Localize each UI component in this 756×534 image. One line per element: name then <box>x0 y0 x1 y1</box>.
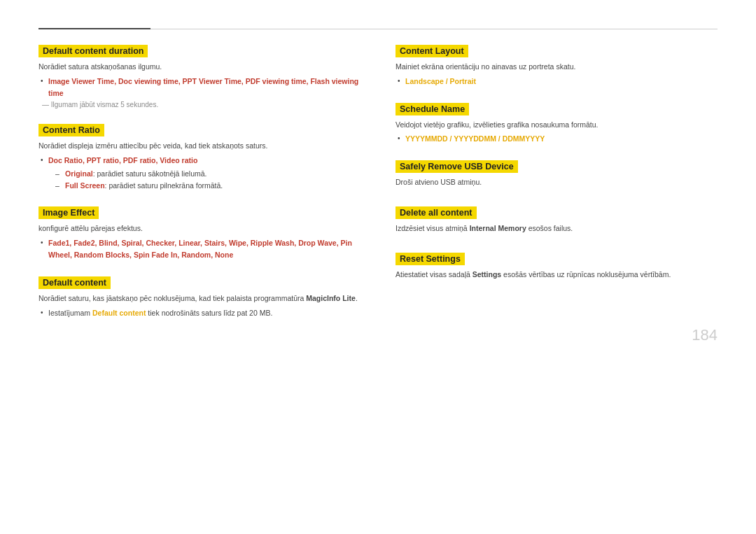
bullet-item-viewer-times: Image Viewer Time, Doc viewing time, PPT… <box>38 76 360 99</box>
left-column: Default content duration Norādiet satura… <box>38 45 360 334</box>
section-title-content-ratio: Content Ratio <box>38 124 104 136</box>
section-desc-content-layout: Mainiet ekrāna orientāciju no ainavas uz… <box>396 62 718 73</box>
section-image-effect: Image Effect konfigurē attēlu pārejas ef… <box>38 206 360 260</box>
effects-link: Fade1, Fade2, Blind, Spiral, Checker, Li… <box>48 239 352 259</box>
bullet-item-effects: Fade1, Fade2, Blind, Spiral, Checker, Li… <box>38 237 360 261</box>
section-title-default-content-duration: Default content duration <box>38 45 148 57</box>
right-column: Content Layout Mainiet ekrāna orientācij… <box>396 45 718 334</box>
section-title-content-layout: Content Layout <box>396 45 468 57</box>
section-desc-default-content-duration: Norādiet satura atskaņošanas ilgumu. <box>38 62 360 73</box>
date-format-link: YYYYMMDD / YYYYDDMM / DDMMYYYY <box>405 134 545 143</box>
section-title-schedule-name: Schedule Name <box>396 103 469 115</box>
fullscreen-desc: : parādiet saturu pilnekrāna formātā. <box>105 181 223 190</box>
original-link: Original <box>65 169 93 178</box>
section-delete-all-content: Delete all content Izdzēsiet visus atmiņ… <box>396 206 718 237</box>
bullet-item-landscape-portrait: Landscape / Portrait <box>396 76 718 87</box>
section-content-ratio: Content Ratio Norādiet displeja izmēru a… <box>38 124 360 191</box>
section-desc-image-effect: konfigurē attēlu pārejas efektus. <box>38 223 360 234</box>
bullet-list-content-layout: Landscape / Portrait <box>396 76 718 87</box>
top-decorative-lines <box>38 28 718 29</box>
bullet-list-schedule-name: YYYYMMDD / YYYYDDMM / DDMMYYYY <box>396 133 718 145</box>
fullscreen-link: Full Screen <box>65 181 105 190</box>
section-title-safely-remove-usb: Safely Remove USB Device <box>396 160 518 173</box>
ratios-link: Doc Ratio, PPT ratio, PDF ratio, Video r… <box>48 156 197 164</box>
sub-bullet-original: Original: parādiet saturu sākotnējā liel… <box>55 168 360 180</box>
landscape-portrait-link: Landscape / Portrait <box>405 77 476 85</box>
viewer-times-link: Image Viewer Time, Doc viewing time, PPT… <box>48 77 358 97</box>
section-default-content-duration: Default content duration Norādiet satura… <box>38 45 360 108</box>
section-reset-settings: Reset Settings Atiestatiet visas sadaļā … <box>396 253 718 283</box>
section-content-layout: Content Layout Mainiet ekrāna orientācij… <box>396 45 718 87</box>
section-title-image-effect: Image Effect <box>38 206 99 219</box>
settings-ref: Settings <box>472 270 501 279</box>
bullet-list-image-effect: Fade1, Fade2, Blind, Spiral, Checker, Li… <box>38 237 360 261</box>
section-desc-delete-all-content: Izdzēsiet visus atmiņā Internal Memory e… <box>396 223 718 234</box>
internal-memory-ref: Internal Memory <box>470 224 526 232</box>
section-desc-default-content: Norādiet saturu, kas jāatskaņo pēc noklu… <box>38 293 360 304</box>
section-desc-safely-remove-usb: Droši atvieno USB atmiņu. <box>396 177 718 188</box>
section-schedule-name: Schedule Name Veidojot vietējo grafiku, … <box>396 103 718 146</box>
section-desc-reset-settings: Atiestatiet visas sadaļā Settings esošās… <box>396 269 718 281</box>
sub-bullet-fullscreen: Full Screen: parādiet saturu pilnekrāna … <box>55 180 360 192</box>
bullet-list-content-ratio: Doc Ratio, PPT ratio, PDF ratio, Video r… <box>38 155 360 191</box>
page-container: Default content duration Norādiet satura… <box>0 0 756 362</box>
section-title-default-content: Default content <box>38 276 111 289</box>
bullet-item-ratios: Doc Ratio, PPT ratio, PDF ratio, Video r… <box>38 155 360 191</box>
section-safely-remove-usb: Safely Remove USB Device Droši atvieno U… <box>396 160 718 191</box>
top-line-light <box>150 29 718 29</box>
original-desc: : parādiet saturu sākotnējā lielumā. <box>93 169 207 178</box>
section-desc-content-ratio: Norādiet displeja izmēru attiecību pēc v… <box>38 141 360 152</box>
magicinfo-lite-ref: MagicInfo Lite <box>306 294 356 302</box>
page-number: 184 <box>692 326 718 344</box>
section-title-delete-all-content: Delete all content <box>396 206 477 219</box>
default-content-link: Default content <box>92 309 146 317</box>
bullet-list-default-content-setting: Iestatījumam Default content tiek nodroš… <box>38 307 360 319</box>
sub-bullet-list-ratios: Original: parādiet saturu sākotnējā liel… <box>55 168 360 192</box>
bullet-list-default-content-duration: Image Viewer Time, Doc viewing time, PPT… <box>38 76 360 99</box>
section-title-reset-settings: Reset Settings <box>396 253 465 265</box>
bullet-item-default-content-size: Iestatījumam Default content tiek nodroš… <box>38 307 360 319</box>
bullet-item-date-format: YYYYMMDD / YYYYDDMM / DDMMYYYY <box>396 133 718 145</box>
top-line-dark <box>38 28 150 29</box>
section-default-content: Default content Norādiet saturu, kas jāa… <box>38 276 360 319</box>
section-desc-schedule-name: Veidojot vietējo grafiku, izvēlieties gr… <box>396 120 718 131</box>
section-note-duration: Ilgumam jābūt vismaz 5 sekundes. <box>38 101 360 108</box>
content-columns: Default content duration Norādiet satura… <box>38 45 718 334</box>
